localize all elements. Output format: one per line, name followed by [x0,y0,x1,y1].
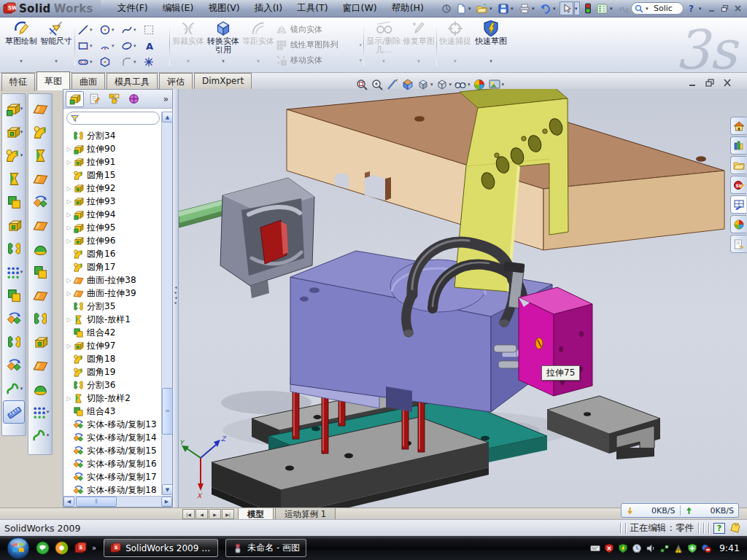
tab-nav-button[interactable]: ◀ [196,509,208,519]
tray-volume-icon[interactable] [646,543,656,553]
quick-tips-button[interactable]: ? [713,523,725,534]
search-scope-arrow[interactable]: ▾ [646,6,651,12]
quick-launch-chevron[interactable]: » [92,544,96,552]
scroll-up-button[interactable]: ▲ [162,112,173,122]
offset-entities-button[interactable]: 等距实体 [242,20,274,66]
left-toolbar-button[interactable] [29,97,51,120]
spell-check-icon[interactable] [616,1,630,15]
ribbon-tab[interactable]: 特征 [1,73,35,91]
expand-arrow[interactable]: ▷ [65,277,73,284]
taskbar-button-solidworks[interactable]: S SolidWorks 2009 - ... [104,539,218,557]
left-toolbar-button[interactable] [3,214,25,237]
tree-item[interactable]: 圆角19 [65,365,163,378]
dropdown-arrow[interactable]: ▾ [553,6,559,12]
left-toolbar-button[interactable] [29,167,51,190]
tree-item[interactable]: 分割36 [65,378,163,392]
model-canvas[interactable]: Y Z X [179,89,747,508]
feature-manager-tab[interactable] [66,91,84,107]
home-tab[interactable] [730,117,746,135]
dropdown-arrow[interactable]: ▾ [468,6,474,12]
tray-security-alert-icon[interactable] [604,543,614,553]
network-speed-widget[interactable]: 0KB/S 0KB/S [621,503,739,518]
print-button[interactable] [517,1,531,15]
tree-item[interactable]: ▷ 拉伸94 [65,208,163,221]
doc-close-button[interactable] [722,78,732,88]
menu-item[interactable]: 视图(V) [201,1,246,16]
part-side-blocks[interactable] [547,396,660,459]
left-toolbar-button[interactable] [3,190,25,214]
dropdown-arrow[interactable]: ▾ [532,6,538,12]
tree-item[interactable]: 分割34 [65,129,163,142]
menu-item[interactable]: 编辑(E) [156,1,201,16]
left-toolbar-button[interactable] [3,260,25,284]
expand-arrow[interactable]: ▷ [65,238,73,244]
expand-arrow[interactable]: ▷ [65,316,73,323]
tree-item[interactable]: 实体-移动/复制17 [65,470,163,483]
rapid-sketch-button[interactable]: 快速草图 [474,20,508,66]
spline-tool[interactable]: ▾ [121,22,143,38]
tree-item[interactable]: 组合42 [65,326,163,339]
measure-button[interactable] [3,400,25,424]
expand-arrow[interactable]: ▷ [65,159,73,166]
left-toolbar-button[interactable] [29,377,51,400]
taskbar-clock[interactable]: 9:41 [719,542,740,553]
keyboard-layout-icon[interactable] [590,543,600,553]
slot-tool[interactable]: ▾ [77,54,99,70]
tray-antivirus-icon[interactable] [618,543,628,553]
save-button[interactable] [496,1,510,15]
scroll-thumb[interactable]: ≡ [162,388,173,435]
tree-item[interactable]: 圆角17 [65,260,163,273]
scroll-thumb[interactable]: ⫴ [76,497,117,507]
scene-icon[interactable]: ▾ [487,77,506,93]
options-button[interactable] [595,1,609,15]
left-toolbar-button[interactable] [3,97,25,120]
scroll-down-button[interactable]: ▼ [162,484,173,495]
expand-arrow[interactable]: ▷ [65,225,73,231]
arc-tool[interactable]: ▾ [99,38,121,54]
scroll-right-button[interactable]: ▶ [161,497,172,507]
expand-arrow[interactable]: ▷ [65,198,73,205]
expand-arrow[interactable]: ▷ [65,343,73,349]
tab-nav-button[interactable]: ▶ [209,509,221,519]
pin-icon[interactable] [439,1,453,15]
zoom-area-icon[interactable] [370,77,384,93]
ribbon-tab[interactable]: DimXpert [194,73,252,89]
display-style-icon[interactable]: ▾ [435,77,453,93]
left-toolbar-button[interactable] [29,190,51,214]
left-toolbar-button[interactable] [3,237,25,260]
left-toolbar-button[interactable] [29,237,51,260]
appearances-icon[interactable] [472,77,487,93]
help-button[interactable]: ? [684,1,698,15]
panel-splitter[interactable]: ◂▸◂▸ [173,89,179,508]
left-toolbar-button[interactable] [29,214,51,237]
left-toolbar-button[interactable] [3,144,25,167]
quick-launch-360-icon[interactable] [55,541,69,555]
polygon-tool[interactable] [99,54,121,70]
display-delete-relations-button[interactable]: 显示/删除几... [366,20,401,66]
tray-wireless-warning-icon[interactable] [673,543,684,553]
tree-item[interactable]: ▷ 拉伸93 [65,195,163,208]
undo-button[interactable] [538,1,552,15]
text-tool[interactable]: A [143,38,165,54]
move-entities-button[interactable]: 移动实体▾ [276,52,362,68]
minimize-button[interactable] [705,3,718,14]
expand-arrow[interactable]: ▷ [65,211,73,218]
rectangle-tool[interactable]: ▾ [77,38,99,54]
left-toolbar-button[interactable] [29,120,51,144]
tray-update-icon[interactable] [632,543,642,553]
scroll-left-button[interactable]: ◀ [63,497,74,507]
sketch-button[interactable]: 草图绘制 [4,20,38,66]
left-toolbar-button[interactable] [3,354,25,377]
tray-sync-blocked-icon[interactable] [701,543,711,553]
ribbon-tab[interactable]: 草图 [36,71,70,90]
left-toolbar-button[interactable] [29,354,51,377]
tree-item[interactable]: ▷ 拉伸95 [65,221,163,234]
tree-item[interactable]: 实体-移动/复制14 [65,431,163,444]
menu-item[interactable]: 帮助(H) [385,1,430,16]
search-box[interactable]: ▾ Solic [631,2,684,15]
tree-filter-box[interactable] [66,112,160,125]
view-orientation-icon[interactable]: ▾ [416,77,434,93]
ellipse-tool[interactable]: ▾ [121,38,143,54]
custom-properties-tab[interactable] [730,235,746,253]
section-view-icon[interactable] [400,77,415,93]
